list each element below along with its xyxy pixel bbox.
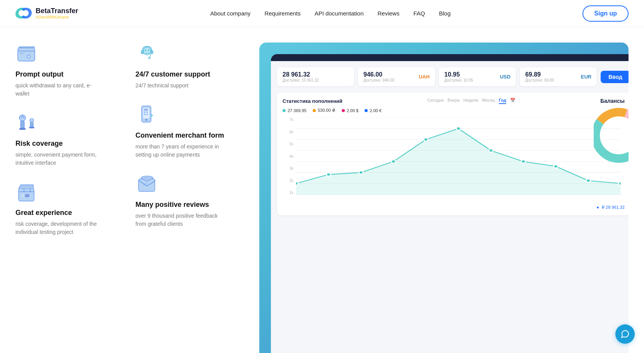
svg-point-44 (618, 182, 621, 185)
feature-customer-support: 24/7 customer support 24/7 technical sup… (135, 43, 252, 90)
nav-reviews[interactable]: Reviews (378, 10, 400, 17)
filter-yesterday[interactable]: Вчера (447, 98, 459, 104)
feature-merchant-form-desc: more than 7 years of experience in setti… (135, 143, 221, 159)
legend-dot-1 (313, 109, 316, 112)
chat-bubble[interactable] (615, 324, 635, 344)
balance-card-uah: 946.00 Доступно: 946.00 UAH (358, 67, 435, 86)
legend-dot-0 (283, 109, 286, 112)
svg-point-37 (391, 160, 396, 163)
main-nav: About company Requirements API documenta… (210, 10, 450, 17)
balance-avail-eur: Доступно: 69.89 (525, 78, 554, 82)
logo-brand-name: BetaTransfer (36, 7, 78, 15)
feature-risk-coverage-desc: simple, convenient payment form, intuiti… (15, 151, 101, 167)
chart-y-labels: 7k 6k 5k 4k 3k 2k 1k (283, 118, 293, 195)
svg-rect-3 (21, 121, 24, 128)
balance-row: 28 961.32 Доступно: 15 961.32 946.00 Дос… (277, 67, 629, 86)
signup-button[interactable]: Sign up (582, 5, 629, 22)
chart-svg (296, 118, 621, 195)
nav-blog[interactable]: Blog (439, 10, 450, 17)
nav-requirements[interactable]: Requirements (264, 10, 300, 17)
svg-rect-4 (19, 128, 26, 130)
svg-point-18 (146, 119, 147, 121)
svg-point-43 (586, 179, 591, 182)
dashboard-area: 28 961.32 Доступно: 15 961.32 946.00 Дос… (259, 43, 629, 353)
svg-point-40 (489, 149, 493, 152)
feature-customer-support-title: 24/7 customer support (135, 70, 252, 78)
legend-item-1: 530.00 ₴ (313, 108, 336, 113)
deposit-button[interactable]: Ввод (601, 71, 629, 83)
svg-point-35 (326, 173, 331, 176)
stats-title: Статистика пополнений (283, 98, 343, 104)
svg-rect-14 (150, 50, 153, 54)
y-label-7k: 7k (283, 118, 293, 122)
currency-eur-label: EUR (581, 74, 591, 80)
bottom-ticker: ● ₽ 28 961.32 (283, 205, 625, 210)
stats-legend: 27 369.95 530.00 ₴ 2.00 $ 2.00 € (283, 108, 625, 113)
balance-amount-uah: 946.00 (363, 71, 394, 78)
svg-point-10 (143, 47, 151, 55)
chess-icon (15, 112, 39, 135)
feature-great-experience: Great experience risk coverage, developm… (15, 181, 128, 236)
filter-year[interactable]: Год (499, 98, 506, 104)
ticker-value: ₽ 28 961.32 (602, 205, 625, 210)
chat-icon (620, 329, 630, 339)
chart-container: 7k 6k 5k 4k 3k 2k 1k (283, 118, 625, 203)
filter-week[interactable]: Неделя (463, 98, 478, 104)
balance-amount-rub: 28 961.32 (283, 71, 349, 78)
y-label-6k: 6k (283, 130, 293, 134)
svg-rect-21 (146, 111, 148, 113)
svg-point-34 (296, 182, 298, 185)
svg-rect-20 (144, 111, 146, 113)
svg-rect-1 (19, 53, 24, 54)
main-content: Prompt output quick withdrawal to any ca… (0, 27, 644, 353)
currency-uah-label: UAH (419, 74, 430, 80)
legend-dot-2 (342, 109, 345, 112)
features-left: Prompt output quick withdrawal to any ca… (15, 43, 128, 353)
legend-dot-3 (365, 109, 368, 112)
svg-point-38 (424, 138, 428, 141)
feature-customer-support-desc: 24/7 technical support (135, 82, 221, 90)
svg-rect-0 (18, 48, 35, 61)
feature-great-experience-title: Great experience (15, 209, 128, 217)
svg-rect-22 (144, 114, 146, 115)
y-label-5k: 5k (283, 142, 293, 146)
nav-faq[interactable]: FAQ (413, 10, 425, 17)
ticker-dot: ● (596, 205, 599, 210)
feature-positive-reviews: Many positive reviews over 9 thousand po… (135, 173, 252, 228)
pie-chart-svg (594, 101, 629, 170)
balance-avail-rub: Доступно: 15 961.32 (283, 78, 349, 82)
svg-point-42 (554, 165, 558, 168)
legend-value-2: 2.00 $ (347, 108, 359, 113)
legend-item-3: 2.00 € (365, 108, 382, 113)
feature-positive-reviews-title: Many positive reviews (135, 201, 252, 209)
svg-rect-13 (141, 50, 144, 54)
feature-prompt-output-title: Prompt output (15, 70, 128, 78)
svg-rect-6 (30, 122, 33, 127)
svg-point-41 (521, 160, 526, 163)
logo[interactable]: BetaTransfer #StandWithUkraine (15, 7, 78, 19)
balance-avail-usd: Доступно: 10.95 (444, 78, 473, 82)
calendar-icon[interactable]: 📅 (510, 98, 516, 104)
y-label-3k: 3k (283, 166, 293, 171)
svg-rect-19 (144, 109, 148, 111)
feature-risk-coverage: Risk coverage simple, convenient payment… (15, 112, 128, 167)
feature-great-experience-desc: risk coverage, development of the indivi… (15, 220, 101, 236)
svg-rect-9 (25, 194, 29, 197)
nav-about[interactable]: About company (210, 10, 250, 17)
box-icon (15, 181, 39, 204)
filter-month[interactable]: Месяц (482, 98, 495, 104)
balance-amount-usd: 10.95 (444, 71, 473, 78)
header: BetaTransfer #StandWithUkraine About com… (0, 0, 644, 27)
stats-section: Статистика пополнений Сегодня Вчера Неде… (277, 92, 629, 215)
envelope-icon (135, 173, 159, 196)
dashboard-body: 28 961.32 Доступно: 15 961.32 946.00 Дос… (271, 61, 629, 353)
currency-usd-label: USD (500, 74, 510, 80)
svg-point-36 (359, 171, 363, 174)
feature-merchant-form: Convenient merchant form more than 7 yea… (135, 104, 252, 159)
y-label-4k: 4k (283, 154, 293, 159)
nav-api[interactable]: API documentation (315, 10, 364, 17)
filter-today[interactable]: Сегодня (427, 98, 444, 104)
balance-card-eur: 69.89 Доступно: 69.89 EUR (520, 67, 597, 86)
svg-point-11 (145, 49, 146, 51)
legend-value-3: 2.00 € (370, 108, 382, 113)
